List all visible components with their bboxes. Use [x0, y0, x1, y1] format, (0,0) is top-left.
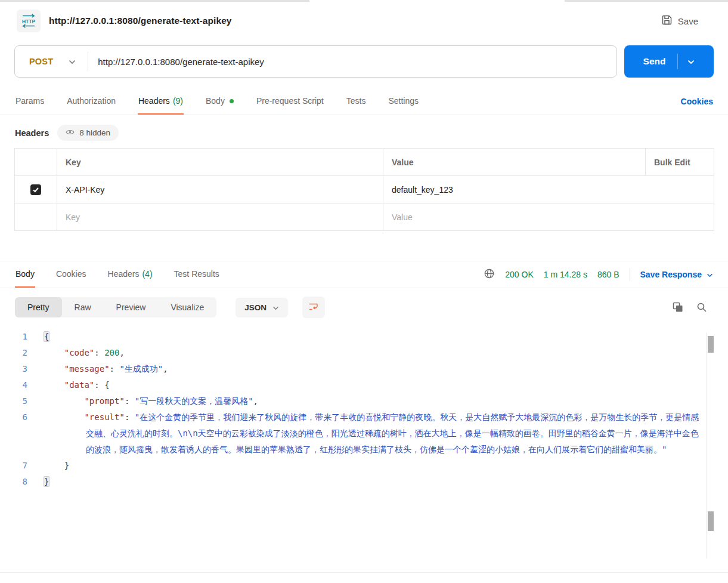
tab-authorization[interactable]: Authorization: [66, 88, 116, 115]
line-number: 6: [0, 409, 27, 458]
send-label: Send: [643, 56, 678, 67]
scrollbar-track[interactable]: [706, 332, 714, 559]
code-line[interactable]: 1{: [0, 329, 728, 345]
url-input[interactable]: [88, 57, 617, 67]
key-column-header: Key: [57, 149, 383, 176]
response-tabs: BodyCookiesHeaders(4)Test Results 200 OK…: [0, 261, 728, 288]
unsaved-dot-icon: [230, 99, 234, 103]
response-tab-test-results[interactable]: Test Results: [174, 261, 220, 288]
save-button[interactable]: Save: [655, 11, 704, 31]
method-selector[interactable]: POST: [15, 46, 88, 77]
request-header: HTTP http://127.0.0.1:8080/generate-text…: [0, 0, 728, 32]
view-mode-raw[interactable]: Raw: [62, 297, 104, 317]
tab-headers[interactable]: Headers(9): [138, 88, 184, 115]
headers-table: Key Value Bulk Edit X-API-Key default_ke…: [14, 148, 714, 231]
code-line[interactable]: 4 "data": {: [0, 377, 728, 393]
code-line[interactable]: 6 "result": "在这个金黄的季节里，我们迎来了秋风的旋律，带来了丰收的…: [0, 409, 728, 458]
line-number: 3: [0, 361, 27, 377]
chevron-down-icon: [69, 57, 76, 66]
line-number: 8: [0, 474, 27, 490]
request-tabs: ParamsAuthorizationHeaders(9)BodyPre-req…: [0, 88, 728, 115]
new-key-input[interactable]: [66, 212, 374, 222]
hidden-headers-label: 8 hidden: [79, 128, 110, 137]
line-number: 2: [0, 345, 27, 361]
code-line[interactable]: 5 "prompt": "写一段秋天的文案，温馨风格",: [0, 393, 728, 409]
save-response-button[interactable]: Save Response: [640, 270, 714, 279]
headers-editor-header: Headers 8 hidden: [0, 115, 728, 147]
value-column-header: Value: [383, 149, 646, 176]
view-mode-visualize[interactable]: Visualize: [158, 297, 216, 317]
request-url-row: POST Send: [14, 45, 714, 78]
send-button[interactable]: Send: [624, 45, 714, 78]
scrollbar-thumb[interactable]: [708, 336, 714, 353]
response-size[interactable]: 860 B: [597, 270, 619, 279]
new-value-input[interactable]: [392, 212, 637, 222]
send-options-chevron-icon[interactable]: [687, 57, 695, 66]
code-line[interactable]: 3 "message": "生成成功",: [0, 361, 728, 377]
row-checkbox[interactable]: [30, 184, 41, 195]
view-mode-preview[interactable]: Preview: [104, 297, 159, 317]
svg-text:HTTP: HTTP: [22, 18, 36, 24]
method-label: POST: [29, 57, 53, 66]
tab-params[interactable]: Params: [15, 88, 45, 115]
header-row-x-api-key: X-API-Key default_key_123: [15, 176, 714, 203]
code-lines: 1{2 "code": 200,3 "message": "生成成功",4 "d…: [0, 329, 728, 490]
response-time[interactable]: 1 m 14.28 s: [544, 270, 587, 279]
response-viewer-bar: PrettyRawPreviewVisualize JSON: [0, 288, 728, 324]
view-mode-pretty[interactable]: Pretty: [15, 297, 62, 317]
response-section: BodyCookiesHeaders(4)Test Results 200 OK…: [0, 261, 728, 567]
header-row-end-cell: [646, 176, 714, 203]
chevron-down-icon: [272, 303, 279, 312]
hidden-headers-toggle[interactable]: 8 hidden: [57, 125, 119, 141]
code-line[interactable]: 2 "code": 200,: [0, 345, 728, 361]
response-tab-cookies[interactable]: Cookies: [55, 261, 87, 288]
tab-pre-request-script[interactable]: Pre-request Script: [256, 88, 324, 115]
response-body-editor[interactable]: 1{2 "code": 200,3 "message": "生成成功",4 "d…: [0, 329, 728, 567]
save-icon: [661, 14, 673, 27]
language-selector[interactable]: JSON: [236, 298, 288, 317]
line-number: 5: [0, 393, 27, 409]
code-line[interactable]: 7 }: [0, 458, 728, 474]
divider: [630, 268, 630, 281]
save-response-label: Save Response: [640, 270, 702, 279]
header-key-cell[interactable]: X-API-Key: [57, 176, 383, 203]
view-mode-segmented-control: PrettyRawPreviewVisualize: [15, 297, 216, 317]
window-tab-strip-right: [565, 0, 728, 2]
copy-icon[interactable]: [673, 302, 683, 313]
line-number: 4: [0, 377, 27, 393]
scrollbar-thumb-lower[interactable]: [708, 511, 714, 531]
header-row-empty: [15, 203, 714, 231]
http-request-icon: HTTP: [17, 10, 41, 32]
headers-section-title: Headers: [15, 128, 49, 138]
network-globe-icon[interactable]: [484, 268, 495, 281]
bulk-edit-button[interactable]: Bulk Edit: [646, 149, 714, 176]
tab-body[interactable]: Body: [205, 88, 234, 115]
divider: [677, 54, 678, 69]
checkbox-column-header: [15, 149, 57, 176]
save-label: Save: [678, 16, 698, 26]
headers-table-header-row: Key Value Bulk Edit: [15, 149, 714, 176]
wrap-lines-button[interactable]: [302, 297, 325, 318]
response-status[interactable]: 200 OK: [505, 270, 533, 279]
header-value-cell[interactable]: default_key_123: [383, 176, 646, 203]
line-number: 7: [0, 458, 27, 474]
eye-icon: [66, 128, 75, 137]
language-label: JSON: [244, 303, 267, 312]
pane-bottom-border: [0, 572, 728, 573]
tab-settings[interactable]: Settings: [388, 88, 419, 115]
search-icon[interactable]: [696, 302, 707, 313]
line-number: 1: [0, 329, 27, 345]
wrap-text-icon: [308, 301, 318, 313]
cookies-link[interactable]: Cookies: [681, 89, 713, 114]
chevron-down-icon: [707, 270, 713, 279]
response-tab-body[interactable]: Body: [15, 261, 35, 288]
window-tab-strip-left: [0, 0, 309, 2]
tab-tests[interactable]: Tests: [346, 88, 367, 115]
request-title: http://127.0.0.1:8080/generate-text-apik…: [49, 16, 232, 26]
code-line[interactable]: 8}: [0, 474, 728, 490]
response-tab-headers[interactable]: Headers(4): [107, 261, 153, 288]
